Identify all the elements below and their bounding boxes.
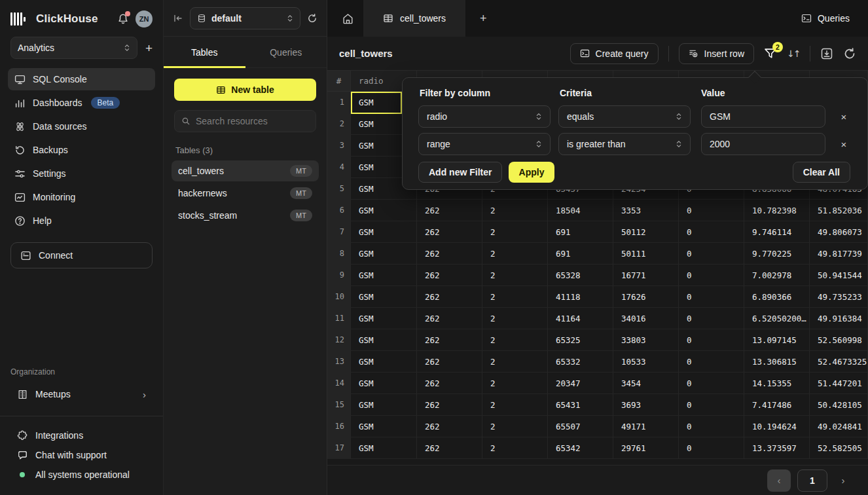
table-cell[interactable]: 0	[679, 265, 744, 286]
sidebar-item-backups[interactable]: Backups	[8, 139, 155, 161]
table-cell[interactable]: 262	[417, 221, 482, 243]
table-cell[interactable]: 2	[482, 265, 548, 286]
connect-button[interactable]: Connect	[10, 242, 153, 268]
table-cell[interactable]: 0	[679, 329, 744, 351]
table-cell[interactable]: 262	[417, 394, 482, 416]
table-cell[interactable]: 3693	[613, 394, 679, 416]
table-cell[interactable]: 49.806073	[810, 221, 868, 243]
table-cell[interactable]: 33803	[613, 329, 679, 351]
add-workspace-button[interactable]: +	[145, 42, 153, 54]
table-cell[interactable]: 3353	[613, 200, 679, 221]
table-cell[interactable]: GSM	[351, 200, 417, 221]
sidebar-item-help[interactable]: Help	[8, 210, 155, 232]
table-cell[interactable]: 262	[417, 308, 482, 329]
queries-button[interactable]: Queries	[801, 13, 850, 24]
table-cell[interactable]: 0	[679, 351, 744, 373]
filter-column-select[interactable]: range	[418, 133, 551, 155]
tab-queries[interactable]: Queries	[245, 37, 327, 67]
table-list-item-cell-towers[interactable]: cell_towers MT	[172, 160, 319, 181]
table-cell[interactable]: 13.306815	[744, 351, 810, 373]
filter-criteria-select[interactable]: is greater than	[558, 133, 691, 155]
table-cell[interactable]: 0	[679, 286, 744, 308]
table-cell[interactable]: 2	[482, 329, 548, 351]
sidebar-item-dashboards[interactable]: Dashboards Beta	[8, 92, 155, 114]
search-input[interactable]	[196, 116, 309, 126]
table-cell[interactable]: 52.560998	[810, 329, 868, 351]
table-cell[interactable]: 49171	[613, 416, 679, 437]
table-cell[interactable]: 65328	[548, 265, 613, 286]
table-cell[interactable]: 6.890366	[744, 286, 810, 308]
table-cell[interactable]: 0	[679, 200, 744, 221]
database-select[interactable]: default	[190, 7, 300, 29]
table-cell[interactable]: 2	[482, 416, 548, 437]
table-cell[interactable]: GSM	[351, 286, 417, 308]
table-cell[interactable]: 50.428105	[810, 394, 868, 416]
table-cell[interactable]: 13.097145	[744, 329, 810, 351]
table-cell[interactable]: 49.916384	[810, 308, 868, 329]
notifications-bell-icon[interactable]	[117, 13, 129, 25]
table-cell[interactable]: GSM	[351, 394, 417, 416]
table-cell[interactable]: GSM	[351, 265, 417, 286]
sort-button[interactable]: ↓↑	[787, 47, 800, 60]
table-cell[interactable]: 65332	[548, 351, 613, 373]
table-cell[interactable]: 51.447201	[810, 373, 868, 394]
remove-filter-icon[interactable]: ×	[836, 136, 852, 152]
table-cell[interactable]: 2	[482, 373, 548, 394]
sidebar-item-chat-support[interactable]: Chat with support	[0, 445, 163, 465]
table-cell[interactable]: 65342	[548, 437, 613, 459]
remove-filter-icon[interactable]: ×	[836, 109, 852, 124]
sidebar-item-meetups[interactable]: Meetups ›	[0, 383, 163, 405]
table-cell[interactable]: 2	[482, 437, 548, 459]
table-cell[interactable]: 65325	[548, 329, 613, 351]
table-cell[interactable]: GSM	[351, 416, 417, 437]
avatar[interactable]: ZN	[136, 10, 153, 28]
table-cell[interactable]: 50112	[613, 221, 679, 243]
insert-row-button[interactable]: Insert row	[679, 43, 754, 64]
table-cell[interactable]: 7.002978	[744, 265, 810, 286]
table-cell[interactable]: 18504	[548, 200, 613, 221]
table-cell[interactable]: 7.417486	[744, 394, 810, 416]
home-icon[interactable]	[342, 12, 354, 25]
create-query-button[interactable]: Create query	[570, 43, 659, 64]
table-cell[interactable]: 262	[417, 286, 482, 308]
table-cell[interactable]: 262	[417, 416, 482, 437]
next-page-button[interactable]: ›	[834, 469, 852, 492]
table-cell[interactable]: 9.770225	[744, 243, 810, 265]
filter-value-input[interactable]	[701, 105, 825, 128]
table-cell[interactable]: 262	[417, 243, 482, 265]
filter-criteria-select[interactable]: equals	[558, 105, 691, 128]
table-cell[interactable]: 0	[679, 373, 744, 394]
table-cell[interactable]: GSM	[351, 373, 417, 394]
table-cell[interactable]: 14.15355	[744, 373, 810, 394]
table-cell[interactable]: 17626	[613, 286, 679, 308]
table-cell[interactable]: 0	[679, 437, 744, 459]
table-cell[interactable]: 0	[679, 394, 744, 416]
table-cell[interactable]: 691	[548, 243, 613, 265]
table-cell[interactable]: 34016	[613, 308, 679, 329]
filter-button[interactable]: 2	[764, 47, 777, 60]
table-cell[interactable]: GSM	[351, 221, 417, 243]
table-cell[interactable]: 65507	[548, 416, 613, 437]
table-cell[interactable]: GSM	[351, 351, 417, 373]
table-cell[interactable]: 262	[417, 437, 482, 459]
table-cell[interactable]: 50111	[613, 243, 679, 265]
clear-all-button[interactable]: Clear All	[793, 162, 850, 183]
workspace-select[interactable]: Analytics	[10, 37, 137, 59]
prev-page-button[interactable]: ‹	[767, 469, 791, 492]
table-cell[interactable]: 2	[482, 286, 548, 308]
table-cell[interactable]: 16771	[613, 265, 679, 286]
table-cell[interactable]: 49.024841	[810, 416, 868, 437]
table-cell[interactable]: 41118	[548, 286, 613, 308]
table-cell[interactable]: 52.582505	[810, 437, 868, 459]
table-cell[interactable]: 10.782398	[744, 200, 810, 221]
table-cell[interactable]: 10.194624	[744, 416, 810, 437]
sidebar-item-integrations[interactable]: Integrations	[0, 426, 163, 445]
table-cell[interactable]: GSM	[351, 308, 417, 329]
table-cell[interactable]: 262	[417, 351, 482, 373]
apply-button[interactable]: Apply	[509, 162, 554, 183]
table-cell[interactable]: 2	[482, 221, 548, 243]
table-cell[interactable]: 51.852036	[810, 200, 868, 221]
table-cell[interactable]: GSM	[351, 243, 417, 265]
filter-value-input[interactable]	[701, 133, 825, 155]
table-cell[interactable]: 13.373597	[744, 437, 810, 459]
